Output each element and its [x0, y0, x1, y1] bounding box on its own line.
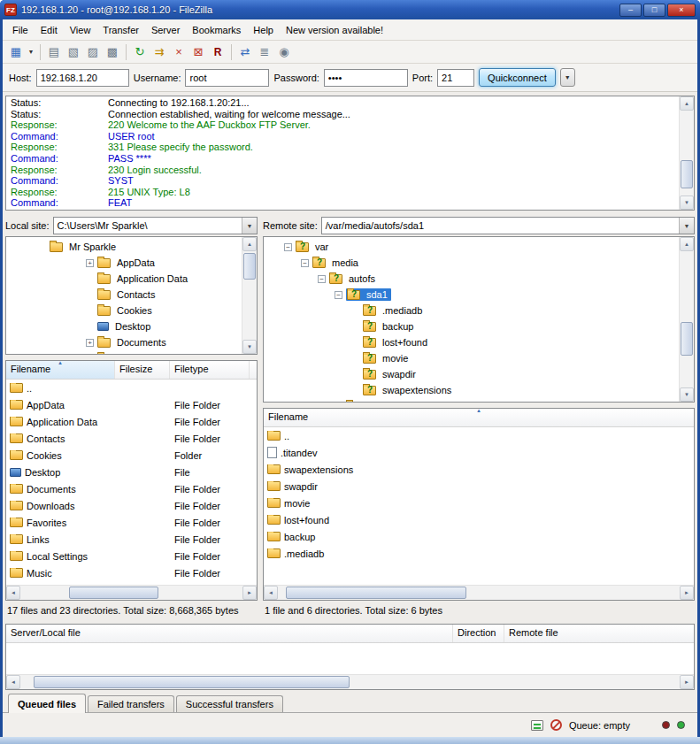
chevron-down-icon[interactable]: ▼ [242, 218, 257, 234]
tab-queued-files[interactable]: Queued files [8, 694, 86, 713]
file-row[interactable]: DownloadsFile Folder [6, 497, 257, 514]
file-row[interactable]: ContactsFile Folder [6, 430, 257, 447]
chevron-down-icon[interactable]: ▼ [679, 218, 694, 234]
host-input[interactable] [36, 69, 129, 87]
file-row[interactable]: Application DataFile Folder [6, 413, 257, 430]
tree-item[interactable]: Downloads [6, 350, 242, 354]
disconnect-icon[interactable]: ⊠ [188, 42, 208, 62]
tree-item[interactable]: AppData [6, 255, 242, 271]
scrollbar-thumb[interactable] [34, 676, 350, 688]
menu-new-version-notice[interactable]: New version available! [280, 22, 389, 38]
tree-item[interactable]: .mediadb [264, 303, 679, 318]
queue-hscrollbar[interactable]: ◄ ► [6, 674, 694, 689]
tree-item[interactable]: Desktop [6, 318, 242, 334]
file-row[interactable]: .. [6, 380, 257, 396]
quickconnect-button[interactable]: Quickconnect [479, 68, 556, 87]
column-header-direction[interactable]: Direction [453, 625, 504, 642]
scrollbar-thumb[interactable] [243, 253, 256, 280]
scroll-up-icon[interactable]: ▲ [242, 237, 257, 251]
scroll-left-icon[interactable]: ◄ [6, 586, 20, 600]
local-list-hscrollbar[interactable]: ◄ ► [6, 585, 257, 600]
toggle-message-log-icon[interactable]: ▤ [44, 42, 64, 62]
scroll-down-icon[interactable]: ▼ [680, 387, 694, 402]
tab-failed-transfers[interactable]: Failed transfers [88, 695, 174, 712]
menu-bookmarks[interactable]: Bookmarks [186, 22, 247, 38]
site-manager-dropdown-icon[interactable]: ▼ [26, 42, 36, 62]
file-row[interactable]: LinksFile Folder [6, 531, 257, 548]
speed-limits-icon[interactable] [550, 719, 562, 731]
maximize-button[interactable]: □ [643, 4, 665, 17]
collapse-icon[interactable] [318, 275, 326, 283]
scroll-down-icon[interactable]: ▼ [680, 196, 694, 210]
scrollbar-thumb[interactable] [286, 587, 466, 599]
file-row[interactable]: DocumentsFile Folder [6, 480, 257, 497]
password-input[interactable] [324, 69, 408, 87]
tree-item[interactable]: Application Data [6, 271, 242, 287]
tree-item[interactable]: Cookies [6, 303, 242, 318]
file-row[interactable]: MusicFile Folder [6, 564, 257, 581]
toggle-remote-tree-icon[interactable]: ▨ [83, 42, 103, 62]
tree-item[interactable]: swapdir [264, 366, 679, 382]
username-input[interactable] [185, 69, 269, 87]
column-header-remote-file[interactable]: Remote file [504, 625, 694, 642]
tree-item[interactable]: swapextensions [264, 382, 679, 398]
local-site-combo[interactable]: C:\Users\Mr Sparkle\ ▼ [53, 217, 258, 234]
compare-icon[interactable]: ⇄ [235, 42, 255, 62]
tree-item[interactable]: autofs [264, 271, 679, 287]
file-row[interactable]: lost+found [264, 511, 694, 528]
scroll-right-icon[interactable]: ► [242, 586, 257, 600]
tree-item[interactable]: dvd [264, 398, 679, 402]
close-button[interactable]: × [667, 4, 696, 17]
menu-edit[interactable]: Edit [35, 22, 64, 38]
tree-item[interactable]: backup [264, 318, 679, 334]
tree-item[interactable]: media [264, 255, 679, 271]
file-row[interactable]: .. [264, 427, 694, 444]
scroll-up-icon[interactable]: ▲ [680, 237, 694, 251]
remote-list-hscrollbar[interactable]: ◄ ► [264, 585, 694, 600]
file-row[interactable]: movie [264, 495, 694, 511]
toggle-queue-icon[interactable]: ▩ [103, 42, 122, 62]
tree-item-selected[interactable]: sda1 [264, 287, 679, 303]
find-icon[interactable]: ◉ [274, 42, 294, 62]
menu-help[interactable]: Help [247, 22, 280, 38]
log-scrollbar[interactable]: ▲ ▼ [679, 96, 694, 210]
scroll-right-icon[interactable]: ► [680, 586, 694, 600]
tree-item[interactable]: var [264, 239, 679, 255]
menu-file[interactable]: File [6, 22, 35, 38]
refresh-icon[interactable]: ↻ [130, 42, 150, 62]
tree-item[interactable]: lost+found [264, 334, 679, 350]
file-row[interactable]: DesktopFile [6, 464, 257, 480]
file-row[interactable]: .titandev [264, 444, 694, 461]
port-input[interactable] [437, 69, 474, 87]
reconnect-icon[interactable]: R [208, 42, 227, 62]
remote-tree-scrollbar[interactable]: ▲ ▼ [679, 237, 694, 402]
file-row[interactable]: Local SettingsFile Folder [6, 548, 257, 564]
file-row[interactable]: FavoritesFile Folder [6, 514, 257, 531]
local-tree-scrollbar[interactable]: ▲ ▼ [242, 237, 257, 354]
collapse-icon[interactable] [301, 259, 309, 267]
scroll-left-icon[interactable]: ◄ [264, 586, 278, 600]
queue-view-icon[interactable] [531, 720, 543, 731]
minimize-button[interactable]: – [619, 4, 642, 17]
menu-view[interactable]: View [64, 22, 97, 38]
cancel-icon[interactable]: × [169, 42, 188, 62]
tab-successful-transfers[interactable]: Successful transfers [176, 695, 283, 712]
collapse-icon[interactable] [335, 291, 342, 299]
tree-item[interactable]: movie [264, 350, 679, 366]
menu-server[interactable]: Server [145, 22, 186, 38]
tree-item[interactable]: Documents [6, 334, 242, 350]
scrollbar-thumb[interactable] [69, 587, 158, 599]
tree-item[interactable]: Contacts [6, 287, 242, 303]
expand-icon[interactable] [86, 259, 94, 267]
menu-transfer[interactable]: Transfer [96, 22, 145, 38]
file-row[interactable]: swapextensions [264, 461, 694, 478]
file-row[interactable]: swapdir [264, 478, 694, 495]
tree-item[interactable]: Mr Sparkle [6, 239, 242, 255]
sync-browsing-icon[interactable]: ≣ [255, 42, 274, 62]
toggle-local-tree-icon[interactable]: ▧ [64, 42, 83, 62]
collapse-icon[interactable] [284, 243, 292, 251]
scroll-right-icon[interactable]: ► [680, 675, 694, 689]
process-queue-icon[interactable]: ⇉ [150, 42, 169, 62]
scrollbar-thumb[interactable] [681, 322, 693, 356]
scroll-left-icon[interactable]: ◄ [6, 675, 20, 689]
